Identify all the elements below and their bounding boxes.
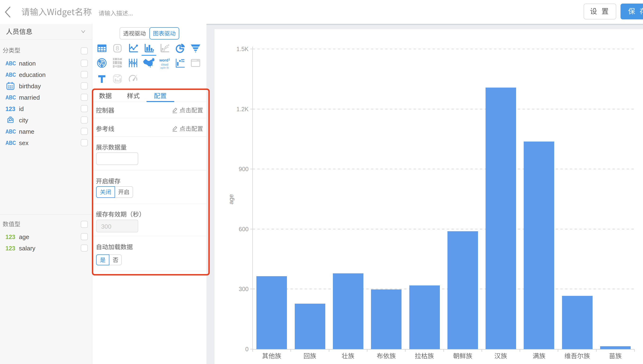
svg-text:8: 8 — [116, 45, 119, 52]
